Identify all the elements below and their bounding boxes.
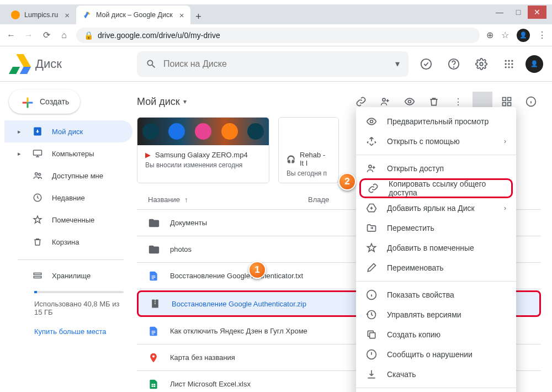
svg-rect-27 (155, 300, 156, 301)
reload-icon[interactable]: ⟳ (41, 30, 52, 40)
download-icon (366, 369, 377, 380)
zoom-icon[interactable]: ⊕ (486, 30, 493, 40)
home-icon[interactable]: ⌂ (59, 30, 70, 40)
sidebar-item-trash[interactable]: ▸ Корзина (4, 231, 132, 253)
ctx-copy[interactable]: Создать копию (356, 325, 516, 345)
tab-close-icon[interactable]: × (65, 10, 70, 20)
ctx-person-add[interactable]: Открыть доступ (356, 158, 516, 178)
col-owner[interactable]: Владе (308, 195, 352, 204)
annotation-badge-2: 2 (338, 173, 356, 190)
tab-title: Мой диск – Google Диск (96, 11, 173, 19)
svg-point-7 (505, 63, 507, 65)
svg-point-12 (511, 66, 513, 68)
sidebar-label: Мой диск (52, 128, 83, 136)
svg-rect-24 (508, 103, 511, 106)
ctx-versions[interactable]: Управлять версиями (356, 305, 516, 325)
svg-rect-18 (34, 277, 41, 278)
address-bar[interactable]: 🔒 drive.google.com/drive/u/0/my-drive (76, 28, 480, 43)
ctx-eye[interactable]: Предварительный просмотр (356, 112, 516, 131)
ctx-open[interactable]: Открыть с помощью › (356, 131, 516, 151)
ctx-label: Создать копию (387, 330, 440, 339)
search-box[interactable]: ▾ (137, 51, 408, 77)
svg-point-5 (508, 60, 509, 61)
file-name: Восстановление Google Authenticator.txt (170, 272, 303, 280)
zip-icon (150, 298, 172, 309)
svg-point-30 (152, 355, 155, 357)
svg-point-20 (408, 100, 411, 103)
annotation-badge-1: 1 (248, 261, 266, 279)
window-maximize[interactable]: □ (509, 6, 528, 19)
svg-point-8 (508, 63, 509, 65)
storage-icon (32, 271, 43, 280)
browser-tab-lumpics[interactable]: Lumpics.ru × (4, 6, 76, 24)
plus-icon (20, 95, 33, 108)
window-close[interactable]: ✕ (528, 6, 546, 19)
ctx-label: Скачать (387, 370, 416, 379)
doc-icon (148, 326, 170, 337)
ctx-download[interactable]: Скачать (356, 364, 516, 384)
copy-icon (366, 329, 377, 340)
sidebar-label: Хранилище (52, 272, 91, 280)
sidebar-item-computers[interactable]: ▸ Компьютеры (4, 142, 132, 165)
ctx-info[interactable]: Показать свойства (356, 285, 516, 305)
ready-offline-icon[interactable] (415, 53, 437, 75)
sheet-icon (148, 379, 170, 390)
info-icon (366, 289, 377, 300)
back-icon[interactable]: ← (6, 30, 17, 40)
ctx-star[interactable]: Добавить в помеченные (356, 238, 516, 258)
suggestion-card[interactable]: ▶Samsung Galaxy ZERO.mp4 Вы вносили изме… (137, 117, 269, 183)
details-icon[interactable] (521, 92, 541, 112)
window-minimize[interactable]: — (490, 6, 509, 19)
app-name: Диск (35, 57, 62, 71)
create-button[interactable]: Создать (9, 89, 80, 114)
chevron-right-icon: › (504, 204, 506, 212)
rename-icon (366, 262, 377, 273)
bookmark-icon[interactable]: ☆ (501, 30, 509, 40)
account-avatar-icon[interactable]: 👤 (526, 55, 543, 73)
drive-add-icon (366, 203, 377, 214)
search-dropdown-icon[interactable]: ▾ (395, 59, 400, 69)
forward-icon[interactable]: → (23, 30, 34, 40)
trash-icon (32, 237, 43, 247)
svg-rect-34 (370, 333, 375, 338)
ctx-report[interactable]: Сообщить о нарушении (356, 345, 516, 364)
svg-rect-29 (155, 303, 156, 304)
ctx-drive-add[interactable]: Добавить ярлык на Диск › (356, 198, 516, 218)
star-icon (32, 215, 43, 225)
ctx-rename[interactable]: Переименовать (356, 258, 516, 278)
sidebar-item-starred[interactable]: ▸ Помеченные (4, 209, 132, 231)
tab-close-icon[interactable]: × (179, 10, 184, 20)
apps-icon[interactable] (498, 53, 520, 75)
profile-avatar-icon[interactable]: 👤 (517, 29, 530, 42)
suggestion-card[interactable]: 🎧Rehab - It I Вы сегодня п (278, 117, 339, 183)
drive-logo[interactable]: Диск (9, 53, 130, 75)
ctx-label: Переименовать (387, 263, 444, 272)
map-icon (148, 352, 170, 363)
browser-tab-drive[interactable]: Мой диск – Google Диск × (76, 6, 191, 24)
sort-name[interactable]: Название (148, 195, 180, 204)
menu-icon[interactable]: ⋮ (538, 30, 546, 40)
support-icon[interactable] (443, 53, 465, 75)
svg-rect-22 (508, 98, 511, 101)
move-icon (366, 223, 377, 234)
sidebar-item-recent[interactable]: ▸ Недавние (4, 187, 132, 209)
sidebar-item-storage[interactable]: ▸ Хранилище (4, 264, 132, 287)
new-tab-button[interactable]: + (190, 9, 206, 24)
ctx-label: Переместить (387, 224, 434, 232)
ctx-link[interactable]: Копировать ссылку общего доступа (359, 178, 513, 198)
shared-icon (32, 171, 43, 181)
lock-icon: 🔒 (84, 31, 93, 40)
ctx-label: Показать свойства (387, 290, 454, 299)
context-menu: Предварительный просмотр Открыть с помощ… (356, 107, 516, 392)
sidebar-label: Недавние (52, 194, 85, 202)
breadcrumb[interactable]: Мой диск ▾ (137, 96, 187, 108)
settings-icon[interactable] (470, 53, 492, 75)
ctx-label: Предварительный просмотр (387, 117, 489, 126)
buy-storage-link[interactable]: Купить больше места (4, 321, 132, 336)
svg-point-15 (39, 173, 41, 176)
search-input[interactable] (163, 59, 389, 69)
sidebar-item-shared[interactable]: ▸ Доступные мне (4, 165, 132, 187)
drive-logo-icon (9, 53, 31, 75)
ctx-move[interactable]: Переместить (356, 218, 516, 238)
sidebar-item-mydrive[interactable]: ▸ Мой диск (4, 120, 132, 142)
